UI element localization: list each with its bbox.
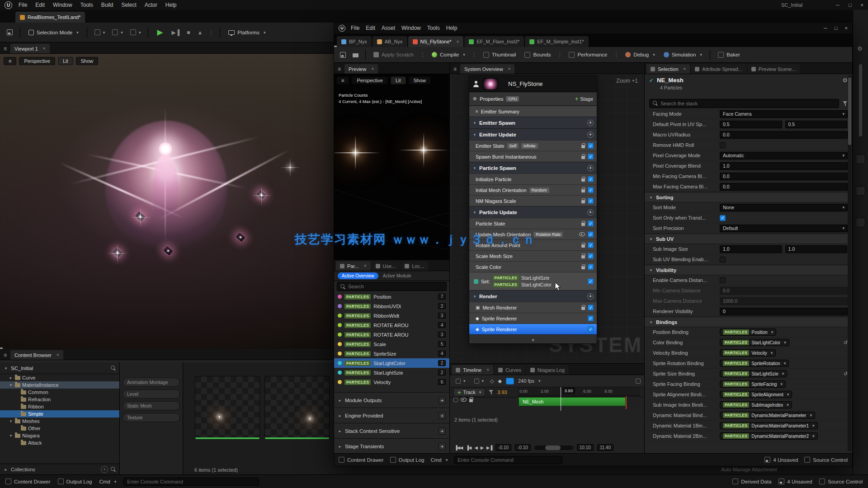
timeline-tab-timeline[interactable]: Timeline×: [452, 365, 493, 375]
value-field[interactable]: 0.0: [720, 183, 848, 191]
enabled-checkbox[interactable]: ✓: [588, 264, 594, 270]
cmd-dropdown[interactable]: Cmd▾: [99, 479, 116, 484]
camera-dropdown[interactable]: ▾: [472, 375, 486, 387]
isolate-icon[interactable]: [473, 81, 479, 87]
derived-data-button[interactable]: Derived Data: [732, 479, 771, 484]
add-module-icon[interactable]: +: [587, 131, 594, 138]
close-button[interactable]: ×: [861, 2, 863, 8]
reset-icon[interactable]: ↺: [844, 371, 848, 377]
stack-group-emitter-update[interactable]: ▾Emitter Update+: [469, 128, 597, 140]
baker-button[interactable]: Baker: [715, 48, 743, 61]
value-field[interactable]: 0.0: [720, 173, 848, 180]
details-section-visibility[interactable]: ▾Visibility: [645, 265, 852, 275]
menu-tools[interactable]: Tools: [80, 2, 93, 8]
dropdown[interactable]: None▾: [720, 204, 848, 211]
keyframe-icon[interactable]: ◇: [490, 378, 494, 384]
stack-module-set-parameters[interactable]: Set:PARTICLESStarLightSziePARTICLESStarL…: [469, 272, 597, 290]
stack-group-particle-spawn[interactable]: ▾Particle Spawn+: [469, 162, 597, 174]
tree-item-refraction[interactable]: Refraction: [0, 396, 119, 403]
add-stage-button[interactable]: + Stage: [575, 95, 593, 102]
add-track-button[interactable]: + Track ▾: [453, 388, 485, 396]
details-section-sub-uv[interactable]: ▾Sub UV: [645, 234, 852, 244]
dropdown[interactable]: Default▾: [720, 225, 848, 232]
view-start-field[interactable]: -0.10: [515, 444, 531, 451]
stack-module-spawn-burst-instantaneous[interactable]: Spawn Burst Instantaneous✓: [469, 151, 597, 162]
source-control-button[interactable]: Source Control: [804, 457, 848, 463]
show-button[interactable]: Show: [76, 57, 99, 65]
play-forward-button[interactable]: ▶: [481, 445, 483, 450]
value-field[interactable]: 0.5: [785, 121, 848, 128]
value-field[interactable]: 1000.0: [720, 297, 848, 305]
add-module-icon[interactable]: +: [587, 165, 594, 171]
fps-dropdown[interactable]: 240 fps▾: [518, 378, 541, 384]
stack-properties-row[interactable]: ⚙ Properties CPU + Stage: [469, 92, 597, 106]
expander-icon[interactable]: ▸: [9, 375, 13, 380]
stack-group-particle-update[interactable]: ▾Particle Update+: [469, 206, 597, 218]
expander-icon[interactable]: ▸: [338, 413, 342, 418]
tree-item-simple[interactable]: Simple: [0, 410, 119, 418]
unsaved-button[interactable]: 4 Unsaved: [764, 457, 798, 463]
parameter-rotate-arou[interactable]: PARTICLESROTATE AROU3: [334, 330, 449, 339]
chart-icon[interactable]: [636, 379, 641, 384]
keyframe-filled-icon[interactable]: ◆: [498, 378, 502, 384]
expander-icon[interactable]: ▸: [338, 444, 342, 449]
enabled-checkbox[interactable]: ✓: [588, 176, 594, 182]
close-icon[interactable]: ×: [486, 367, 489, 372]
expander-icon[interactable]: ▾: [649, 268, 653, 272]
parameters-tab-loc[interactable]: Loc...: [401, 261, 428, 271]
enabled-checkbox[interactable]: ✓: [588, 326, 594, 332]
go-to-end-button[interactable]: ▶▐: [486, 445, 492, 450]
track-type-icon[interactable]: [453, 398, 458, 402]
value-field[interactable]: 1.0: [720, 162, 848, 170]
stack-module-scale-mesh-size[interactable]: Scale Mesh Size✓: [469, 250, 597, 261]
asset-tab-ef-m-simple-inst1[interactable]: EF_M_Simple_Inst1*: [525, 36, 588, 47]
menu-file[interactable]: File: [19, 2, 27, 8]
expander-icon[interactable]: ▾: [472, 121, 477, 125]
maximize-button[interactable]: □: [835, 25, 838, 31]
quick-add-dropdown[interactable]: ▾: [110, 26, 125, 39]
add-module-icon[interactable]: +: [587, 209, 594, 216]
expander-icon[interactable]: ▾: [472, 166, 477, 170]
expander-icon[interactable]: ▸: [338, 429, 342, 433]
time-ruler[interactable]: 0.002.004.006.008.00: [518, 387, 640, 396]
enabled-checkbox[interactable]: ✓: [588, 305, 594, 310]
parameters-search-input[interactable]: [348, 284, 443, 289]
binding-dropdown[interactable]: PARTICLESDynamicMaterialParameter1▾: [720, 422, 818, 429]
expander-icon[interactable]: ▾: [9, 383, 13, 387]
scrollbar-thumb[interactable]: [545, 446, 561, 450]
parameter-velocity[interactable]: PARTICLESVelocity6: [334, 377, 449, 387]
details-settings-icon[interactable]: ⚙: [842, 77, 848, 84]
stack-module-particle-state[interactable]: Particle State✓: [469, 218, 597, 229]
unsaved-button[interactable]: 4 Unsaved: [778, 479, 812, 484]
maximize-button[interactable]: □: [849, 2, 852, 8]
binding-dropdown[interactable]: PARTICLESDynamicMaterialParameter▾: [720, 412, 815, 419]
parameter-section-stage-transients[interactable]: ▸Stage Transients+: [334, 438, 449, 454]
menu-actor[interactable]: Actor: [145, 2, 157, 8]
details-tab-attribute-spread[interactable]: Attribute Spread...: [691, 64, 746, 74]
overview-graph-canvas[interactable]: Zoom +1 SYSTEM NS_FlyStone ⚙ Properties: [450, 74, 644, 363]
expander-icon[interactable]: ▾: [649, 237, 653, 241]
stack-module-initialize-particle[interactable]: Initialize Particle✓: [469, 174, 597, 184]
source-control-button[interactable]: Source Control: [819, 479, 863, 484]
enabled-checkbox[interactable]: ✓: [588, 315, 594, 321]
stack-module-emitter-summary[interactable]: ≡Emitter Summary: [469, 106, 597, 117]
parameter-starlightszie[interactable]: PARTICLESStarLightSzie2: [334, 368, 449, 377]
niagara-menu-tools[interactable]: Tools: [427, 25, 440, 31]
parameter-section-module-outputs[interactable]: ▸Module Outputs+: [334, 392, 449, 408]
tree-item-attack[interactable]: Attack: [0, 439, 119, 446]
search-icon[interactable]: [111, 366, 116, 371]
details-tab-selection[interactable]: Selection×: [646, 64, 690, 74]
value-field[interactable]: 0.0: [720, 131, 848, 139]
expander-icon[interactable]: ▾: [9, 419, 13, 423]
binding-dropdown[interactable]: PARTICLESSpriteRotation▾: [720, 360, 789, 367]
stack-filter-icon[interactable]: [843, 101, 848, 106]
value-field[interactable]: 0.0: [720, 287, 848, 295]
details-section-bindings[interactable]: ▾Bindings: [645, 317, 852, 327]
binding-dropdown[interactable]: PARTICLESSpriteAlignment▾: [720, 391, 792, 398]
active-overview-button[interactable]: Active Overview: [338, 272, 378, 279]
asset-tab-ab-nyx[interactable]: AB_Nyx: [373, 36, 407, 47]
binding-dropdown[interactable]: PARTICLESDynamicMaterialParameter2▾: [720, 432, 818, 440]
close-button[interactable]: ×: [845, 25, 848, 31]
enabled-checkbox[interactable]: ✓: [588, 187, 594, 193]
blueprints-dropdown[interactable]: ▾: [92, 26, 108, 39]
